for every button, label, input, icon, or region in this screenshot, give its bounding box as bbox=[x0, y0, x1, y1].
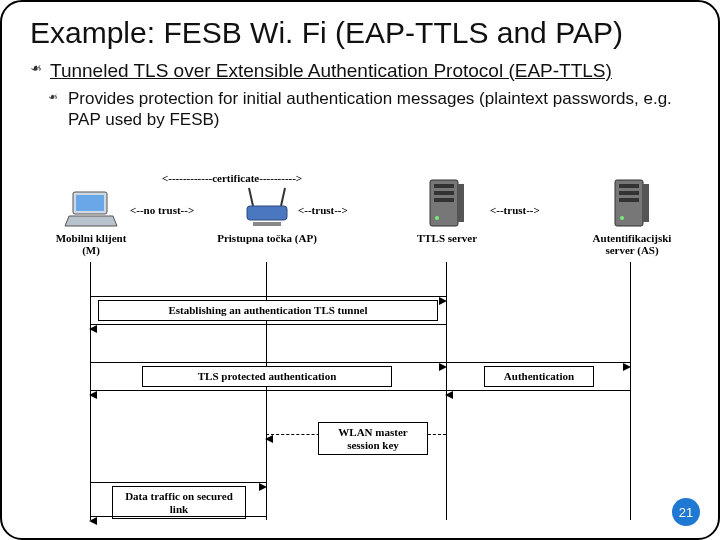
box-data-traffic: Data traffic on secured link bbox=[112, 486, 246, 519]
bullet-level2: Provides protection for initial authenti… bbox=[30, 88, 690, 131]
arrow-establish-bottom bbox=[90, 324, 446, 325]
arrow-traffic-bottom bbox=[90, 516, 266, 517]
svg-rect-9 bbox=[434, 184, 454, 188]
page-number-badge: 21 bbox=[672, 498, 700, 526]
lifeline-as bbox=[630, 262, 631, 520]
svg-rect-11 bbox=[434, 198, 454, 202]
svg-marker-2 bbox=[65, 216, 117, 226]
box-authentication: Authentication bbox=[484, 366, 594, 387]
svg-point-12 bbox=[435, 216, 439, 220]
svg-line-3 bbox=[249, 188, 253, 206]
svg-rect-10 bbox=[434, 191, 454, 195]
slide-frame: Example: FESB Wi. Fi (EAP-TTLS and PAP) … bbox=[0, 0, 720, 540]
certificate-annotation: <------------certificate----------> bbox=[162, 172, 302, 184]
svg-point-18 bbox=[620, 216, 624, 220]
svg-rect-16 bbox=[619, 191, 639, 195]
svg-rect-8 bbox=[458, 184, 464, 222]
node-client-label: Mobilni klijent (M) bbox=[46, 232, 136, 256]
laptop-icon bbox=[63, 190, 119, 230]
arrow-traffic-top bbox=[90, 482, 266, 483]
node-as-label: Autentifikacijski server (AS) bbox=[577, 232, 687, 256]
node-ap-label: Pristupna točka (AP) bbox=[212, 232, 322, 244]
server-icon bbox=[424, 178, 470, 230]
arrow-auth-bottom bbox=[446, 390, 630, 391]
svg-rect-6 bbox=[253, 222, 281, 226]
page-number: 21 bbox=[679, 505, 693, 520]
svg-line-4 bbox=[281, 188, 285, 206]
no-trust-annotation: <--no trust--> bbox=[130, 204, 194, 216]
slide-title: Example: FESB Wi. Fi (EAP-TTLS and PAP) bbox=[30, 16, 690, 50]
box-establish-tunnel: Establishing an authentication TLS tunne… bbox=[98, 300, 438, 321]
box-tls-protected: TLS protected authentication bbox=[142, 366, 392, 387]
arrow-auth-top bbox=[446, 362, 630, 363]
arrow-protected-bottom bbox=[90, 390, 446, 391]
svg-rect-5 bbox=[247, 206, 287, 220]
arrow-protected-top bbox=[90, 362, 446, 363]
svg-rect-14 bbox=[643, 184, 649, 222]
server-icon bbox=[609, 178, 655, 230]
arrow-establish-top bbox=[90, 296, 446, 297]
box-wlan-key: WLAN master session key bbox=[318, 422, 428, 455]
trust-annotation-2: <--trust--> bbox=[490, 204, 540, 216]
node-as: Autentifikacijski server (AS) bbox=[577, 178, 687, 256]
svg-rect-17 bbox=[619, 198, 639, 202]
node-client: Mobilni klijent (M) bbox=[46, 190, 136, 256]
node-ttls-label: TTLS server bbox=[402, 232, 492, 244]
svg-rect-1 bbox=[76, 195, 104, 211]
node-ap: Pristupna točka (AP) bbox=[212, 186, 322, 244]
access-point-icon bbox=[239, 186, 295, 230]
bullet-level1: Tunneled TLS over Extensible Authenticat… bbox=[30, 60, 690, 82]
node-ttls: TTLS server bbox=[402, 178, 492, 244]
protocol-diagram: <------------certificate----------> <--n… bbox=[32, 172, 688, 526]
svg-rect-15 bbox=[619, 184, 639, 188]
